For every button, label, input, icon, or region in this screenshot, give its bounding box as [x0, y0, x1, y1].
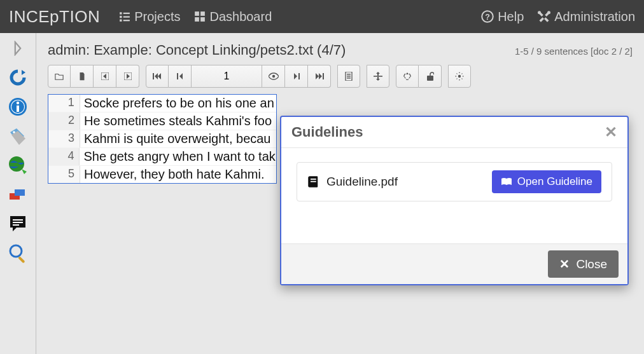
svg-point-17 — [13, 131, 15, 133]
svg-rect-25 — [13, 224, 19, 226]
next-doc-button[interactable] — [116, 65, 139, 88]
scroll-mode-button[interactable] — [367, 65, 389, 88]
document-title: admin: Example: Concept Linking/pets2.tx… — [48, 42, 346, 58]
first-page-button[interactable] — [146, 65, 169, 88]
svg-rect-37 — [347, 76, 351, 77]
export-button[interactable] — [71, 65, 94, 88]
editor-line: 5However, they both hate Kahmi. — [48, 166, 276, 183]
svg-rect-22 — [15, 187, 25, 189]
document-status: 1-5 / 9 sentences [doc 2 / 2] — [515, 46, 633, 57]
line-number: 5 — [48, 166, 80, 183]
nav-projects-label: Projects — [134, 10, 180, 24]
left-sidebar — [0, 33, 36, 354]
page-number-field[interactable] — [192, 65, 262, 88]
svg-rect-39 — [374, 76, 382, 77]
open-guideline-label: Open Guideline — [517, 175, 592, 188]
editor-line: 1Socke prefers to be on his one an — [48, 95, 276, 112]
nav-dashboard-label: Dashboard — [209, 10, 272, 24]
nav-projects[interactable]: Projects — [119, 10, 180, 24]
line-text[interactable]: She gets angry when I want to tak — [80, 148, 276, 165]
editor-toolbar — [48, 65, 633, 88]
nav-dashboard[interactable]: Dashboard — [194, 10, 272, 24]
svg-rect-3 — [123, 16, 130, 17]
svg-rect-9 — [201, 17, 206, 22]
svg-point-32 — [272, 75, 274, 78]
open-book-icon — [501, 177, 512, 187]
svg-rect-38 — [347, 78, 351, 79]
nav-administration[interactable]: Administration — [538, 10, 635, 24]
svg-rect-4 — [120, 20, 122, 22]
info-icon[interactable] — [6, 95, 29, 118]
unlock-button[interactable] — [419, 65, 442, 88]
svg-rect-0 — [120, 12, 122, 14]
svg-point-41 — [458, 75, 461, 78]
line-text[interactable]: However, they both hate Kahmi. — [80, 166, 269, 183]
globe-icon[interactable] — [6, 154, 29, 177]
editor-line: 2He sometimes steals Kahmi's foo — [48, 112, 276, 130]
line-number: 1 — [48, 95, 80, 112]
text-editor[interactable]: 1Socke prefers to be on his one an 2He s… — [48, 94, 277, 184]
svg-rect-2 — [120, 16, 122, 18]
svg-rect-31 — [177, 73, 178, 79]
page-number-input[interactable] — [192, 65, 262, 87]
nav-help-label: Help — [498, 10, 524, 24]
top-navbar: INCEpTION Projects Dashboard ? Help Admi… — [0, 0, 644, 33]
editor-line: 3Kahmi is quite overweight, becau — [48, 130, 276, 148]
guidelines-dialog: Guidelines ✕ Guideline.pdf Open Guidelin… — [280, 116, 629, 285]
comment-icon[interactable] — [6, 212, 29, 235]
view-mode-button[interactable] — [337, 65, 360, 88]
svg-rect-27 — [18, 256, 25, 263]
tools-icon — [538, 10, 550, 23]
svg-rect-34 — [323, 73, 324, 79]
close-x-icon: ✕ — [559, 257, 570, 271]
dashboard-icon — [194, 11, 206, 22]
open-button[interactable] — [48, 65, 71, 88]
next-page-button[interactable] — [285, 65, 308, 88]
last-page-button[interactable] — [308, 65, 331, 88]
close-button[interactable]: ✕ Close — [548, 250, 619, 278]
list-icon — [119, 11, 130, 22]
nav-help[interactable]: ? Help — [481, 10, 524, 24]
svg-rect-7 — [201, 11, 206, 16]
line-number: 3 — [48, 130, 80, 147]
prev-page-button[interactable] — [169, 65, 192, 88]
svg-rect-42 — [311, 179, 316, 180]
prev-doc-button[interactable] — [94, 65, 116, 88]
svg-rect-1 — [123, 13, 130, 14]
svg-text:?: ? — [485, 13, 490, 22]
windows-icon[interactable] — [6, 183, 29, 206]
svg-rect-40 — [427, 76, 433, 81]
svg-rect-33 — [298, 73, 300, 79]
svg-rect-30 — [153, 73, 154, 79]
guideline-row: Guideline.pdf Open Guideline — [297, 162, 612, 201]
close-button-label: Close — [576, 257, 607, 271]
svg-rect-15 — [17, 106, 19, 112]
settings-button[interactable] — [448, 65, 471, 88]
help-icon: ? — [481, 10, 494, 23]
app-brand: INCEpTION — [9, 7, 100, 27]
recycle-button[interactable] — [396, 65, 419, 88]
line-text[interactable]: He sometimes steals Kahmi's foo — [80, 112, 276, 130]
sidebar-expand[interactable] — [6, 37, 29, 60]
line-number: 4 — [48, 148, 80, 165]
open-guideline-button[interactable]: Open Guideline — [492, 170, 601, 193]
search-icon[interactable] — [6, 242, 29, 264]
svg-rect-6 — [195, 11, 200, 16]
svg-rect-5 — [123, 20, 130, 21]
svg-point-26 — [10, 245, 22, 257]
guideline-filename: Guideline.pdf — [326, 175, 398, 189]
svg-rect-36 — [347, 74, 351, 75]
editor-line: 4She gets angry when I want to tak — [48, 148, 276, 166]
show-button[interactable] — [262, 65, 285, 88]
svg-rect-43 — [311, 181, 316, 182]
tags-icon[interactable] — [6, 125, 29, 147]
book-icon — [307, 175, 320, 188]
svg-rect-8 — [195, 17, 200, 22]
close-icon[interactable]: ✕ — [605, 123, 617, 141]
line-text[interactable]: Socke prefers to be on his one an — [80, 95, 276, 112]
refresh-icon[interactable] — [6, 66, 29, 89]
dialog-title: Guidelines — [291, 124, 363, 140]
line-number: 2 — [48, 112, 80, 130]
line-text[interactable]: Kahmi is quite overweight, becau — [80, 130, 275, 147]
nav-administration-label: Administration — [554, 10, 635, 24]
